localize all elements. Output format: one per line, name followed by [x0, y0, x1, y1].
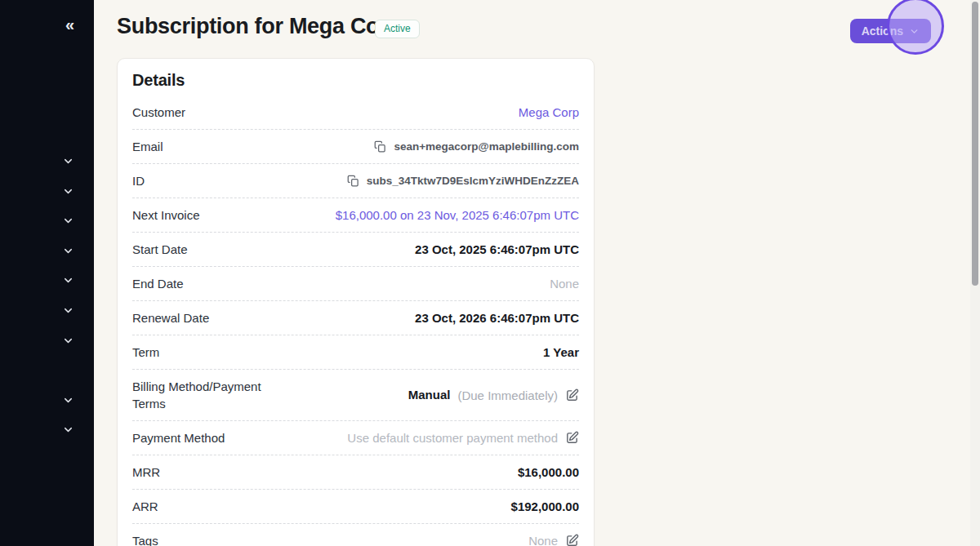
row-value: 23 Oct, 2026 6:46:07pm UTC	[415, 310, 579, 326]
detail-row: MRR$16,000.00	[132, 455, 579, 490]
details-card-title: Details	[132, 71, 579, 90]
chevron-down-icon	[909, 26, 920, 37]
row-value: 1 Year	[543, 344, 579, 361]
row-label: Term	[132, 344, 159, 361]
row-label: MRR	[132, 464, 160, 481]
status-badge: Active	[375, 20, 420, 38]
scrollbar[interactable]	[970, 0, 980, 546]
detail-row: IDsubs_34Tktw7D9EslcmYziWHDEnZzZEA	[132, 164, 579, 198]
sidebar-group-chevron-down-icon[interactable]	[62, 304, 74, 317]
row-label: End Date	[132, 275, 184, 292]
sidebar-group-chevron-down-icon[interactable]	[62, 274, 74, 286]
row-label: Billing Method/Payment Terms	[132, 378, 275, 412]
row-value-text: Manual	[408, 387, 451, 403]
edit-icon[interactable]	[565, 534, 579, 546]
edit-icon[interactable]	[565, 431, 579, 445]
sidebar-group-chevron-down-icon[interactable]	[62, 215, 74, 227]
row-value: $16,000.00	[518, 464, 579, 481]
collapse-sidebar-icon: «	[65, 16, 74, 33]
detail-row: TagsNone	[132, 524, 579, 546]
detail-row: End DateNone	[132, 267, 579, 301]
sidebar: «	[0, 0, 94, 546]
row-value-text: 23 Oct, 2025 6:46:07pm UTC	[415, 242, 579, 258]
row-value: $16,000.00 on 23 Nov, 2025 6:46:07pm UTC	[336, 207, 579, 224]
detail-row: Payment MethodUse default customer payme…	[132, 421, 579, 455]
actions-button[interactable]: Actions	[850, 19, 931, 43]
row-label: Customer	[132, 104, 185, 121]
main-content: Subscription for Mega Corp Active Action…	[94, 0, 970, 546]
copy-icon[interactable]	[347, 175, 359, 187]
detail-row: CustomerMega Corp	[132, 95, 579, 130]
row-value-text: sean+megacorp@maplebilling.com	[394, 139, 579, 155]
row-label: ARR	[132, 498, 158, 515]
detail-row: Next Invoice$16,000.00 on 23 Nov, 2025 6…	[132, 198, 579, 233]
row-value-text: None	[550, 276, 579, 292]
row-value: Mega Corp	[519, 104, 579, 121]
row-value-text: 1 Year	[543, 344, 579, 361]
row-value: Use default customer payment method	[347, 430, 579, 446]
row-value-text: $16,000.00	[518, 464, 579, 481]
sidebar-group-chevron-down-icon[interactable]	[62, 335, 74, 347]
detail-row: Start Date23 Oct, 2025 6:46:07pm UTC	[132, 233, 579, 267]
page-header: Subscription for Mega Corp Active Action…	[94, 0, 970, 49]
row-label: Renewal Date	[132, 309, 209, 326]
row-value: 23 Oct, 2025 6:46:07pm UTC	[415, 242, 579, 258]
detail-row: ARR$192,000.00	[132, 490, 579, 524]
row-value: None	[528, 533, 579, 546]
row-value: sean+megacorp@maplebilling.com	[374, 139, 579, 155]
row-label: Tags	[132, 532, 158, 546]
row-value-text: 23 Oct, 2026 6:46:07pm UTC	[415, 310, 579, 326]
row-value-text: Use default customer payment method	[347, 430, 558, 446]
row-label: Next Invoice	[132, 206, 200, 224]
actions-button-label: Actions	[862, 24, 903, 38]
sidebar-group-chevron-down-icon[interactable]	[62, 424, 74, 436]
row-value-suffix: (Due Immediately)	[457, 388, 558, 402]
row-value-link[interactable]: $16,000.00 on 23 Nov, 2025 6:46:07pm UTC	[336, 207, 579, 224]
row-value-text: subs_34Tktw7D9EslcmYziWHDEnZzZEA	[367, 173, 579, 189]
row-value: subs_34Tktw7D9EslcmYziWHDEnZzZEA	[347, 173, 579, 189]
row-value: None	[550, 276, 579, 292]
row-label: ID	[132, 172, 145, 189]
row-label: Payment Method	[132, 429, 225, 446]
row-value-text: None	[528, 533, 558, 546]
details-card: Details CustomerMega CorpEmailsean+megac…	[117, 58, 595, 546]
detail-row: Emailsean+megacorp@maplebilling.com	[132, 130, 579, 164]
sidebar-group-chevron-down-icon[interactable]	[62, 155, 74, 167]
details-rows: CustomerMega CorpEmailsean+megacorp@mapl…	[132, 95, 579, 546]
page-title: Subscription for Mega Corp	[117, 14, 401, 39]
detail-row: Renewal Date23 Oct, 2026 6:46:07pm UTC	[132, 301, 579, 335]
row-label: Email	[132, 138, 163, 155]
sidebar-group-chevron-down-icon[interactable]	[62, 245, 74, 257]
row-value: Manual(Due Immediately)	[408, 387, 579, 403]
sidebar-collapse-button[interactable]: «	[62, 13, 78, 36]
scrollbar-thumb[interactable]	[972, 2, 978, 286]
copy-icon[interactable]	[374, 140, 386, 153]
detail-row: Billing Method/Payment TermsManual(Due I…	[132, 370, 579, 421]
row-value: $192,000.00	[511, 499, 579, 515]
sidebar-group-chevron-down-icon[interactable]	[62, 185, 74, 198]
row-value-text: $192,000.00	[511, 499, 579, 515]
row-value-link[interactable]: Mega Corp	[519, 104, 579, 121]
edit-icon[interactable]	[565, 388, 579, 402]
row-label: Start Date	[132, 241, 188, 258]
detail-row: Term1 Year	[132, 335, 579, 370]
sidebar-group-chevron-down-icon[interactable]	[62, 394, 74, 406]
